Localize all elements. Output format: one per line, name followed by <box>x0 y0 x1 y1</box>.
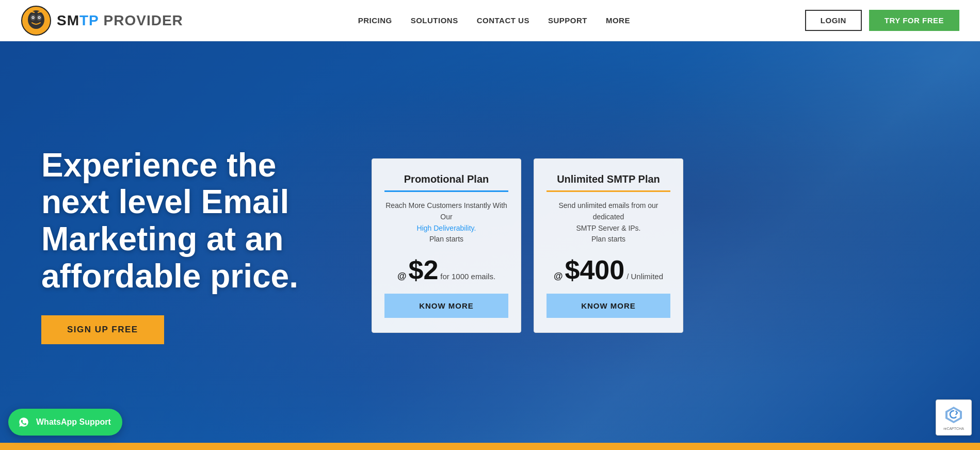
plan-unlimited-price-row: @ $400 / Unlimited <box>554 256 663 283</box>
signup-button[interactable]: SIGN UP FREE <box>41 315 164 344</box>
logo[interactable]: SMTP PROVIDER <box>21 5 183 36</box>
site-header: SMTP PROVIDER PRICING SOLUTIONS CONTACT … <box>0 0 980 41</box>
nav-solutions[interactable]: SOLUTIONS <box>411 16 458 25</box>
plan-promotional-unit: for 1000 emails. <box>440 272 495 281</box>
nav-more[interactable]: MORE <box>606 16 630 25</box>
recaptcha-icon <box>943 405 964 425</box>
nav-support[interactable]: SUPPORT <box>548 16 587 25</box>
svg-point-7 <box>39 17 40 18</box>
plan-promotional-know-more[interactable]: KNOW MORE <box>384 294 508 318</box>
bottom-accent-bar <box>0 443 980 450</box>
login-button[interactable]: LOGIN <box>805 10 862 31</box>
main-nav: PRICING SOLUTIONS CONTACT US SUPPORT MOR… <box>358 16 630 25</box>
plan-promotional-desc: Reach More Customers Instantly With Our … <box>384 200 508 245</box>
plan-promotional-title: Promotional Plan <box>404 173 489 185</box>
plan-promotional-divider <box>384 190 508 192</box>
header-buttons: LOGIN TRY FOR FREE <box>805 10 959 31</box>
recaptcha-badge: reCAPTCHA <box>936 399 972 436</box>
plan-promotional-price: $2 <box>408 256 438 283</box>
recaptcha-text: reCAPTCHA <box>943 427 964 430</box>
plan-unlimited-title: Unlimited SMTP Plan <box>557 173 660 185</box>
hero-content: Experience the next level Email Marketin… <box>0 147 980 345</box>
whatsapp-label: WhatsApp Support <box>36 417 111 427</box>
whatsapp-support-button[interactable]: WhatsApp Support <box>8 409 122 436</box>
plan-cards-container: Promotional Plan Reach More Customers In… <box>372 158 683 333</box>
plan-unlimited-at: @ <box>554 271 563 282</box>
hero-section: Experience the next level Email Marketin… <box>0 41 980 450</box>
plan-unlimited-desc: Send unlimited emails from our dedicated… <box>547 200 670 245</box>
plan-promotional-at: @ <box>397 271 407 282</box>
hero-text-block: Experience the next level Email Marketin… <box>41 147 341 345</box>
plan-promotional-price-row: @ $2 for 1000 emails. <box>397 256 495 283</box>
plan-unlimited-price: $400 <box>565 256 625 283</box>
nav-contact[interactable]: CONTACT US <box>477 16 529 25</box>
plan-unlimited-know-more[interactable]: KNOW MORE <box>547 294 670 318</box>
svg-point-6 <box>33 17 34 18</box>
try-free-button[interactable]: TRY FOR FREE <box>869 10 959 31</box>
whatsapp-icon <box>17 415 31 429</box>
hero-heading: Experience the next level Email Marketin… <box>41 147 341 295</box>
logo-text: SMTP PROVIDER <box>57 12 183 29</box>
plan-card-promotional: Promotional Plan Reach More Customers In… <box>372 158 521 333</box>
plan-unlimited-divider <box>547 190 670 192</box>
plan-card-unlimited: Unlimited SMTP Plan Send unlimited email… <box>534 158 683 333</box>
svg-point-1 <box>28 10 44 29</box>
plan-unlimited-unit: / Unlimited <box>626 272 663 281</box>
logo-icon <box>21 5 52 36</box>
plan-promotional-highlight: High Deliverability. <box>417 224 476 232</box>
nav-pricing[interactable]: PRICING <box>358 16 392 25</box>
